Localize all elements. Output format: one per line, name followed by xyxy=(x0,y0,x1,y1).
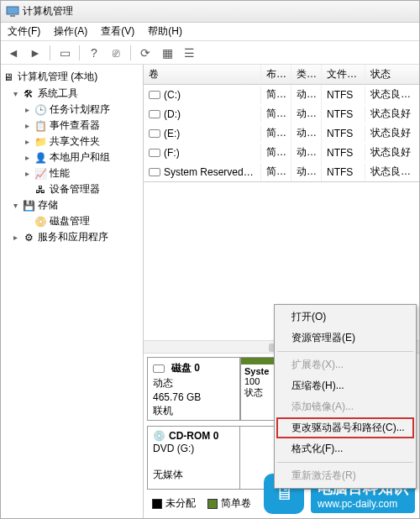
partition-size: 100 xyxy=(244,376,260,386)
tree-system-tools[interactable]: ▾🛠系统工具 xyxy=(3,86,141,102)
cdrom-icon: 💿 xyxy=(153,430,165,442)
volume-icon xyxy=(149,129,160,138)
partition-label: Syste xyxy=(244,366,269,376)
cell: 简单 xyxy=(261,123,291,143)
device-icon: 🖧 xyxy=(34,184,46,196)
users-icon: 👤 xyxy=(34,152,46,164)
legend-unallocated: 未分配 xyxy=(152,496,196,511)
disk-info-panel[interactable]: 💿CD-ROM 0 DVD (G:) 无媒体 xyxy=(148,427,240,489)
properties-icon[interactable]: ▭ xyxy=(55,44,74,62)
cell: 简单 xyxy=(261,104,291,123)
refresh-icon[interactable]: ⟳ xyxy=(136,44,155,62)
cell: 状态良好 xyxy=(365,143,419,162)
disk-info-panel[interactable]: 磁盘 0 动态 465.76 GB 联机 xyxy=(148,358,240,420)
disk-type: 动态 xyxy=(153,376,234,391)
navigation-tree[interactable]: 🖥 计算机管理 (本地) ▾🛠系统工具 ▸🕒任务计划程序 ▸📋事件查看器 ▸📁共… xyxy=(1,65,144,518)
volume-row[interactable]: (E:)简单动态NTFS状态良好 xyxy=(144,123,419,143)
cell: NTFS xyxy=(322,86,365,103)
settings-icon[interactable]: ☰ xyxy=(180,44,198,62)
cell: 状态良好 xyxy=(365,104,419,123)
cell: 动态 xyxy=(291,104,322,123)
expander-icon[interactable]: ▾ xyxy=(11,201,19,210)
menu-action[interactable]: 操作(A) xyxy=(50,23,91,40)
volume-icon xyxy=(149,149,160,157)
col-layout[interactable]: 布局 xyxy=(261,65,291,84)
expander-icon[interactable]: ▾ xyxy=(11,89,19,98)
tree-root-label: 计算机管理 (本地) xyxy=(18,70,97,84)
cell: 简单 xyxy=(261,143,291,162)
help-icon[interactable]: ? xyxy=(85,44,103,62)
tree-storage[interactable]: ▾💾存储 xyxy=(3,197,141,213)
cell: 动态 xyxy=(291,85,322,104)
ctx-open[interactable]: 打开(O) xyxy=(276,307,414,328)
partition-status: 状态 xyxy=(244,387,263,397)
volume-row[interactable]: (D:)简单动态NTFS状态良好 xyxy=(144,104,419,123)
tree-item-label: 服务和应用程序 xyxy=(38,230,108,244)
cell: (D:) xyxy=(164,108,181,120)
cell: (E:) xyxy=(164,128,180,139)
menu-separator xyxy=(277,351,413,352)
ctx-format[interactable]: 格式化(F)... xyxy=(276,438,414,459)
toolbar-separator xyxy=(79,45,80,60)
view-icon[interactable]: ⎚ xyxy=(107,44,125,62)
svg-rect-0 xyxy=(7,7,18,14)
col-fs[interactable]: 文件系统 xyxy=(322,65,365,84)
ctx-explore[interactable]: 资源管理器(E) xyxy=(276,328,414,349)
menu-file[interactable]: 文件(F) xyxy=(4,23,44,40)
tree-task-scheduler[interactable]: ▸🕒任务计划程序 xyxy=(3,102,141,118)
expander-icon[interactable]: ▸ xyxy=(23,121,31,130)
back-icon[interactable]: ◄ xyxy=(4,44,23,62)
context-menu: 打开(O) 资源管理器(E) 扩展卷(X)... 压缩卷(H)... 添加镜像(… xyxy=(274,304,417,489)
volume-row[interactable]: (F:)简单动态NTFS状态良好 xyxy=(144,143,419,162)
ctx-change-drive-letter[interactable]: 更改驱动器号和路径(C)... xyxy=(276,417,414,438)
cell: NTFS xyxy=(322,144,365,161)
volume-row[interactable]: (C:)简单动态NTFS状态良好 (启动, xyxy=(144,85,419,104)
col-type[interactable]: 类型 xyxy=(291,65,322,84)
cell: 简单 xyxy=(261,85,291,104)
disk-view-icon[interactable]: ▦ xyxy=(158,44,176,62)
cell: (F:) xyxy=(164,147,180,159)
expander-icon[interactable]: ▸ xyxy=(23,105,31,114)
tree-performance[interactable]: ▸📈性能 xyxy=(3,165,141,181)
tree-disk-management[interactable]: 📀磁盘管理 xyxy=(3,213,141,229)
menu-view[interactable]: 查看(V) xyxy=(97,23,138,40)
expander-icon[interactable]: ▸ xyxy=(23,169,31,178)
menubar: 文件(F) 操作(A) 查看(V) 帮助(H) xyxy=(1,23,419,41)
folder-icon: 📁 xyxy=(34,136,46,148)
tree-services[interactable]: ▸⚙服务和应用程序 xyxy=(3,229,141,245)
tree-root[interactable]: 🖥 计算机管理 (本地) xyxy=(3,68,141,86)
expander-icon[interactable]: ▸ xyxy=(23,137,31,146)
tree-item-label: 设备管理器 xyxy=(50,182,100,197)
tree-event-viewer[interactable]: ▸📋事件查看器 xyxy=(3,118,141,134)
volume-row[interactable]: System Reserved (H:)简单动态NTFS状态良好 (系统) xyxy=(144,162,419,181)
cell: NTFS xyxy=(322,125,365,142)
col-status[interactable]: 状态 xyxy=(365,65,419,84)
cell: System Reserved (H:) xyxy=(164,166,261,178)
tree-item-label: 共享文件夹 xyxy=(50,134,100,149)
menu-help[interactable]: 帮助(H) xyxy=(144,23,186,40)
disk-title: 磁盘 0 xyxy=(171,361,200,375)
computer-icon: 🖥 xyxy=(3,71,14,83)
cdrom-type: DVD (G:) xyxy=(153,443,234,454)
expander-icon[interactable]: ▸ xyxy=(23,153,31,162)
tree-device-manager[interactable]: 🖧设备管理器 xyxy=(3,181,141,197)
volume-list: 卷 布局 类型 文件系统 状态 (C:)简单动态NTFS状态良好 (启动, (D… xyxy=(144,65,419,182)
tree-shared-folders[interactable]: ▸📁共享文件夹 xyxy=(3,134,141,149)
cell: NTFS xyxy=(322,164,365,181)
toolbar-separator xyxy=(50,45,50,60)
cell: 状态良好 (系统) xyxy=(365,162,419,181)
cell: 简单 xyxy=(261,162,291,181)
volume-icon xyxy=(149,110,160,118)
expander-icon[interactable]: ▸ xyxy=(11,233,19,242)
forward-icon[interactable]: ► xyxy=(26,44,45,62)
tree-local-users[interactable]: ▸👤本地用户和组 xyxy=(3,149,141,165)
storage-icon: 💾 xyxy=(23,200,34,212)
cell: 状态良好 (启动, xyxy=(365,85,419,104)
services-icon: ⚙ xyxy=(23,232,34,244)
legend-swatch-black xyxy=(152,499,162,509)
ctx-shrink-volume[interactable]: 压缩卷(H)... xyxy=(276,375,414,396)
menu-separator xyxy=(277,462,413,463)
tree-item-label: 系统工具 xyxy=(38,86,78,101)
col-volume[interactable]: 卷 xyxy=(144,65,261,84)
volume-header-row: 卷 布局 类型 文件系统 状态 xyxy=(144,65,419,85)
